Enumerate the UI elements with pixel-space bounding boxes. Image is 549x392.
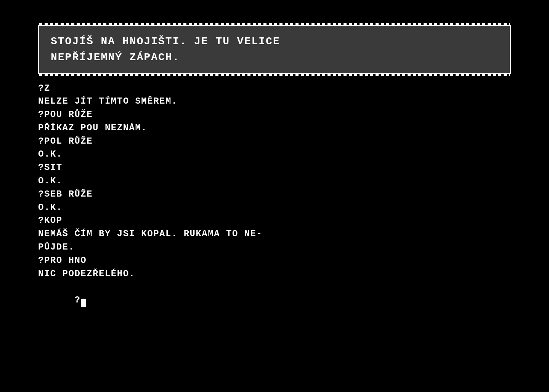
console-line-13: PŮJDE. <box>38 241 511 254</box>
console-line-7: ?SIT <box>38 161 511 174</box>
console-line-11: ?KOP <box>38 214 511 227</box>
console-line-12: NEMÁŠ ČÍM BY JSI KOPAL. RUKAMA TO NE- <box>38 227 511 241</box>
console-area: ?Z NELZE JÍT TÍMTO SMĚREM. ?POU RŮŽE PŘÍ… <box>27 82 522 371</box>
main-screen: STOJÍŠ NA HNOJIŠTI. JE TU VELICE NEPŘÍJE… <box>27 17 522 375</box>
console-line-2: NELZE JÍT TÍMTO SMĚREM. <box>38 95 511 108</box>
cursor-block <box>81 299 86 307</box>
description-box: STOJÍŠ NA HNOJIŠTI. JE TU VELICE NEPŘÍJE… <box>38 25 511 74</box>
console-line-3: ?POU RŮŽE <box>38 108 511 122</box>
description-text-line1: STOJÍŠ NA HNOJIŠTI. JE TU VELICE <box>51 34 498 50</box>
console-line-15: NIC PODEZŘELÉHO. <box>38 267 511 281</box>
console-line-5: ?POL RŮŽE <box>38 135 511 148</box>
description-text-line2: NEPŘÍJEMNÝ ZÁPACH. <box>51 50 498 66</box>
console-prompt-line[interactable]: ? <box>38 280 511 320</box>
console-line-1: ?Z <box>38 82 511 95</box>
console-line-8: O.K. <box>38 174 511 188</box>
console-line-10: O.K. <box>38 201 511 214</box>
console-line-4: PŘÍKAZ POU NEZNÁM. <box>38 122 511 135</box>
prompt-char: ? <box>74 295 80 305</box>
console-line-9: ?SEB RŮŽE <box>38 188 511 201</box>
console-line-6: O.K. <box>38 148 511 161</box>
console-line-14: ?PRO HNO <box>38 254 511 267</box>
